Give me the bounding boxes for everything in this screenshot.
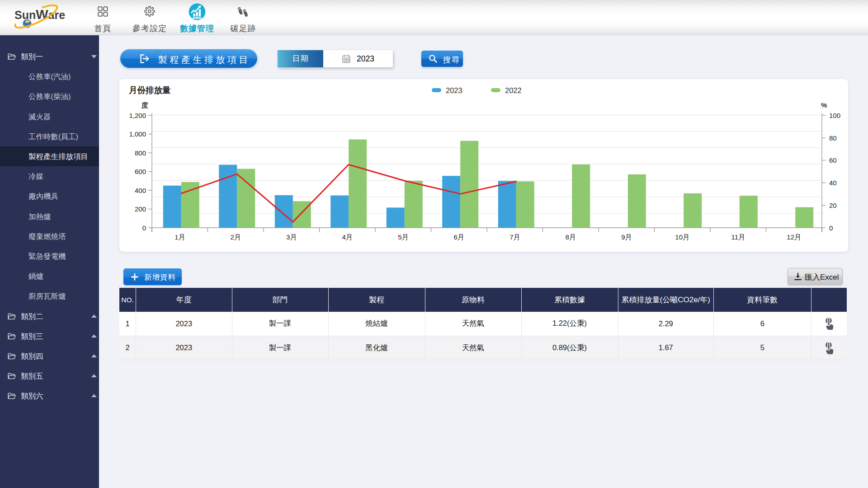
svg-text:100: 100 (829, 112, 840, 119)
svg-text:80: 80 (829, 134, 837, 142)
svg-text:11月: 11月 (731, 233, 745, 241)
svg-text:800: 800 (135, 149, 146, 157)
svg-text:400: 400 (135, 187, 146, 194)
svg-text:2022: 2022 (505, 86, 522, 94)
svg-text:1,000: 1,000 (129, 130, 146, 138)
svg-text:8月: 8月 (566, 233, 576, 241)
svg-text:0: 0 (142, 224, 146, 232)
svg-text:2月: 2月 (231, 233, 241, 241)
svg-text:200: 200 (135, 205, 146, 213)
svg-text:5月: 5月 (398, 233, 408, 241)
svg-text:600: 600 (135, 168, 146, 175)
svg-text:1,200: 1,200 (129, 112, 146, 119)
svg-text:度: 度 (141, 101, 148, 109)
svg-text:0: 0 (829, 224, 833, 232)
svg-text:6月: 6月 (454, 233, 464, 241)
svg-text:9月: 9月 (621, 233, 632, 241)
svg-text:2023: 2023 (446, 86, 462, 94)
svg-text:1月: 1月 (175, 233, 185, 241)
svg-text:20: 20 (829, 202, 837, 209)
svg-text:10月: 10月 (675, 233, 689, 241)
svg-text:60: 60 (829, 156, 837, 164)
svg-text:12月: 12月 (787, 233, 801, 241)
svg-text:40: 40 (829, 179, 837, 187)
svg-text:%: % (821, 101, 827, 109)
svg-text:7月: 7月 (509, 233, 520, 241)
svg-text:4月: 4月 (342, 233, 353, 241)
svg-text:SunWare: SunWare (14, 7, 65, 22)
svg-text:月份排放量: 月份排放量 (128, 85, 171, 95)
svg-text:3月: 3月 (286, 233, 297, 241)
